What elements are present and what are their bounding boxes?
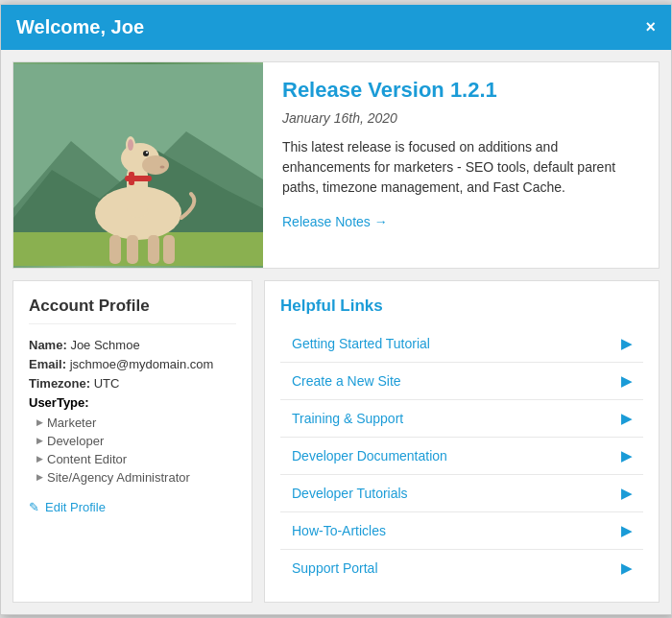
- usertype-item: Content Editor: [29, 450, 236, 468]
- usertype-list: MarketerDeveloperContent EditorSite/Agen…: [29, 414, 236, 487]
- svg-rect-15: [109, 235, 121, 264]
- profile-email-value: jschmoe@mydomain.com: [70, 357, 214, 371]
- edit-profile-link[interactable]: ✎ Edit Profile: [29, 500, 236, 514]
- helpful-link-label: Create a New Site: [292, 373, 401, 389]
- release-notes-link[interactable]: Release Notes →: [282, 214, 388, 229]
- helpful-link-label: Getting Started Tutorial: [292, 336, 430, 351]
- account-profile-panel: Account Profile Name: Joe Schmoe Email: …: [12, 280, 252, 603]
- release-info: Release Version 1.2.1 January 16th, 2020…: [263, 62, 659, 268]
- helpful-link-label: Developer Documentation: [292, 448, 447, 464]
- helpful-link-item[interactable]: Developer Documentation▶: [280, 438, 643, 475]
- chevron-right-icon: ▶: [621, 448, 632, 464]
- svg-point-9: [146, 152, 148, 154]
- helpful-link-item[interactable]: Getting Started Tutorial▶: [280, 325, 643, 363]
- helpful-link-item[interactable]: How-To-Articles▶: [280, 512, 643, 550]
- edit-profile-label: Edit Profile: [45, 500, 106, 514]
- close-button[interactable]: ×: [645, 18, 656, 36]
- profile-email-field: Email: jschmoe@mydomain.com: [29, 357, 236, 371]
- welcome-modal: Welcome, Joe ×: [0, 4, 672, 615]
- profile-title: Account Profile: [29, 297, 236, 324]
- modal-body: Release Version 1.2.1 January 16th, 2020…: [1, 61, 671, 603]
- svg-rect-14: [129, 172, 134, 185]
- animal-image: [13, 62, 263, 268]
- modal-title: Welcome, Joe: [16, 16, 144, 38]
- helpful-links-panel: Helpful Links Getting Started Tutorial▶C…: [264, 280, 660, 603]
- profile-name-field: Name: Joe Schmoe: [29, 338, 236, 352]
- helpful-link-item[interactable]: Developer Tutorials▶: [280, 475, 643, 512]
- helpful-link-label: Training & Support: [292, 411, 403, 426]
- svg-point-12: [160, 165, 165, 168]
- chevron-right-icon: ▶: [621, 523, 632, 538]
- modal-header: Welcome, Joe ×: [1, 5, 671, 50]
- profile-timezone-field: Timezone: UTC: [29, 376, 236, 391]
- bottom-section: Account Profile Name: Joe Schmoe Email: …: [12, 280, 660, 603]
- release-date: January 16th, 2020: [282, 110, 639, 126]
- chevron-right-icon: ▶: [621, 486, 632, 501]
- chevron-right-icon: ▶: [621, 411, 632, 426]
- profile-timezone-value: UTC: [94, 376, 120, 391]
- chevron-right-icon: ▶: [621, 373, 632, 389]
- svg-rect-16: [127, 235, 138, 264]
- usertype-item: Site/Agency Administrator: [29, 468, 236, 487]
- profile-email-label: Email:: [29, 357, 66, 371]
- helpful-link-item[interactable]: Create a New Site▶: [280, 363, 643, 400]
- release-title: Release Version 1.2.1: [282, 78, 639, 103]
- profile-timezone-label: Timezone:: [29, 376, 90, 391]
- links-list: Getting Started Tutorial▶Create a New Si…: [280, 325, 643, 586]
- helpful-link-label: Developer Tutorials: [292, 486, 408, 501]
- usertype-label: UserType:: [29, 395, 236, 410]
- release-description: This latest release is focused on additi…: [282, 137, 639, 198]
- svg-point-11: [128, 139, 133, 151]
- profile-name-label: Name:: [29, 338, 67, 352]
- top-section: Release Version 1.2.1 January 16th, 2020…: [12, 61, 660, 269]
- svg-rect-17: [148, 235, 159, 264]
- helpful-link-label: Support Portal: [292, 560, 378, 576]
- helpful-link-label: How-To-Articles: [292, 523, 386, 538]
- helpful-link-item[interactable]: Training & Support▶: [280, 400, 643, 438]
- usertype-section: UserType: MarketerDeveloperContent Edito…: [29, 395, 236, 487]
- usertype-item: Marketer: [29, 414, 236, 432]
- helpful-links-title: Helpful Links: [280, 297, 643, 316]
- profile-name-value: Joe Schmoe: [70, 338, 139, 352]
- svg-point-7: [142, 155, 169, 175]
- helpful-link-item[interactable]: Support Portal▶: [280, 550, 643, 586]
- svg-point-8: [143, 151, 149, 156]
- usertype-item: Developer: [29, 432, 236, 450]
- svg-rect-18: [163, 235, 175, 264]
- edit-icon: ✎: [29, 500, 39, 514]
- chevron-right-icon: ▶: [621, 560, 632, 576]
- chevron-right-icon: ▶: [621, 336, 632, 351]
